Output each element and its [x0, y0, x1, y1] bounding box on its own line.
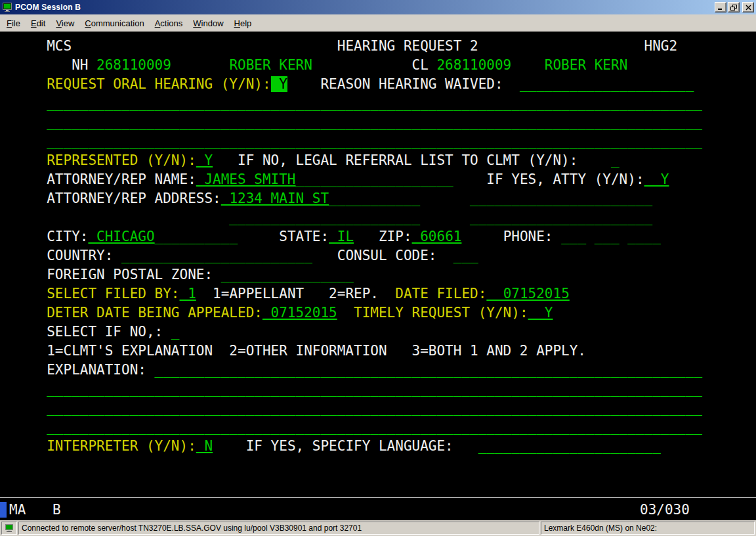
reason-continuation-field-3[interactable]: ________________________________________…	[5, 133, 702, 149]
terminal-row: DETER DATE BEING APPEALED: 07152015 TIME…	[5, 303, 756, 323]
zip-label: ZIP:	[354, 229, 412, 244]
deter-date-label: DETER DATE BEING APPEALED:	[5, 305, 262, 321]
legal-referral-label: IF NO, LEGAL REFERRAL LIST TO CLMT (Y/N)…	[213, 152, 578, 168]
close-button[interactable]	[742, 2, 754, 12]
window-title: PCOM Session B	[15, 3, 81, 12]
terminal-row: MCS HEARING REQUEST 2 HNG2	[5, 37, 756, 56]
terminal-row: ________________________________________…	[5, 380, 756, 399]
menu-actions[interactable]: Actions	[150, 16, 188, 30]
explanation-field[interactable]: ________________________________________…	[146, 362, 702, 378]
consul-code-label: CONSUL CODE:	[312, 248, 437, 263]
terminal-area[interactable]: MCS HEARING REQUEST 2 HNG2 NH 268110009 …	[0, 32, 756, 520]
terminal-row: ________________________________________…	[5, 113, 756, 132]
specify-language-label: IF YES, SPECIFY LANGUAGE:	[213, 438, 453, 454]
reason-hearing-waived-field[interactable]: _____________________	[503, 76, 694, 92]
oia-session-id: B	[52, 500, 61, 520]
screen-id: MCS	[5, 38, 72, 54]
legal-referral-value[interactable]: _	[578, 152, 619, 168]
cl-label: CL	[312, 57, 429, 73]
represented-label: REPRESENTED (Y/N):	[5, 152, 196, 168]
terminal-row: NH 268110009 ROBER KERN CL 268110009 ROB…	[5, 56, 756, 75]
reason-hearing-waived-label: REASON HEARING WAIVED:	[287, 76, 503, 92]
terminal-row: INTERPRETER (Y/N): N IF YES, SPECIFY LAN…	[5, 437, 756, 456]
screen-title: HEARING REQUEST 2	[72, 38, 478, 54]
attorney-address-line2-field[interactable]: ______________________	[420, 190, 652, 206]
explanation-label: EXPLANATION:	[5, 362, 146, 378]
terminal-row: 1=CLMT'S EXPLANATION 2=OTHER INFORMATION…	[5, 342, 756, 361]
explanation-continuation-field-2[interactable]: ________________________________________…	[5, 400, 702, 416]
select-filed-by-label: SELECT FILED BY:	[5, 286, 180, 302]
attorney-name-value[interactable]: JAMES SMITH	[196, 171, 296, 187]
explanation-continuation-field-1[interactable]: ________________________________________…	[5, 381, 702, 397]
title-bar[interactable]: PCOM Session B	[0, 0, 756, 14]
terminal-row: ________________________________________…	[5, 399, 756, 418]
menu-window[interactable]: Window	[188, 16, 228, 30]
phone-prefix-field[interactable]: ___	[586, 229, 620, 244]
atty-value[interactable]: Y	[644, 171, 669, 187]
country-field[interactable]: _______________________	[113, 248, 312, 263]
city-value[interactable]: CHICAGO	[88, 229, 154, 244]
restore-icon	[730, 5, 737, 11]
app-icon	[2, 2, 12, 12]
oia-separator	[0, 497, 756, 498]
timely-request-value[interactable]: Y	[528, 305, 553, 321]
select-filed-by-value[interactable]: 1	[180, 286, 196, 302]
reason-continuation-field-2[interactable]: ________________________________________…	[5, 114, 702, 130]
foreign-postal-zone-label: FOREIGN POSTAL ZONE:	[5, 267, 213, 282]
terminal-row: ________________________________________…	[5, 94, 756, 113]
attorney-address-label: ATTORNEY/REP ADDRESS:	[5, 190, 221, 206]
terminal-row: CITY: CHICAGO__________ STATE: IL ZIP: 6…	[5, 227, 756, 246]
restore-button[interactable]	[728, 2, 740, 12]
minimize-button[interactable]	[715, 2, 726, 12]
foreign-postal-zone-field[interactable]: ________________	[213, 267, 354, 282]
represented-value[interactable]: Y	[196, 152, 213, 168]
deter-date-value[interactable]: 07152015	[262, 305, 337, 321]
menu-bar: File Edit View Communication Actions Win…	[0, 14, 756, 32]
phone-label: PHONE:	[461, 229, 553, 244]
menu-view[interactable]: View	[51, 16, 79, 30]
request-oral-hearing-value[interactable]: Y	[271, 76, 287, 92]
request-oral-hearing-label: REQUEST ORAL HEARING (Y/N):	[5, 76, 271, 92]
terminal-row: ________________________________________…	[5, 132, 756, 151]
menu-file[interactable]: File	[1, 16, 26, 30]
menu-communication[interactable]: Communication	[79, 16, 149, 30]
terminal-row: ________________________________________…	[5, 418, 756, 437]
date-filed-value[interactable]: 07152015	[486, 286, 569, 302]
reason-continuation-field-1[interactable]: ________________________________________…	[5, 95, 702, 111]
terminal-row	[5, 475, 756, 494]
terminal-screen[interactable]: MCS HEARING REQUEST 2 HNG2 NH 268110009 …	[0, 32, 756, 494]
terminal-row: REQUEST ORAL HEARING (Y/N): Y REASON HEA…	[5, 75, 756, 94]
language-field[interactable]: ______________________	[453, 438, 661, 454]
zip-value[interactable]: 60661	[412, 229, 462, 244]
attorney-name-fill[interactable]: ___________________	[296, 171, 453, 187]
explanation-options: 1=CLMT'S EXPLANATION 2=OTHER INFORMATION…	[5, 343, 586, 359]
attorney-address-value[interactable]: 1234 MAIN ST	[221, 190, 329, 206]
state-value[interactable]: IL	[329, 229, 354, 244]
cl-name-value: ROBER KERN	[511, 57, 627, 73]
interpreter-value[interactable]: N	[196, 438, 213, 454]
attorney-address-line4-field[interactable]: ______________________	[420, 210, 652, 225]
atty-label: IF YES, ATTY (Y/N):	[453, 171, 644, 187]
close-icon	[746, 5, 751, 11]
status-bar: Connected to remote server/host TN3270E.…	[0, 520, 756, 536]
attorney-address-line3-field[interactable]: _______________________	[5, 210, 420, 225]
attorney-address-fill[interactable]: ___________	[329, 190, 420, 206]
explanation-continuation-field-3[interactable]: ________________________________________…	[5, 419, 702, 435]
phone-area-field[interactable]: ___	[553, 229, 587, 244]
minimize-icon	[717, 5, 724, 11]
nh-name-value: ROBER KERN	[171, 57, 312, 73]
terminal-row: ATTORNEY/REP NAME: JAMES SMITH__________…	[5, 170, 756, 189]
oia-indicator-block	[0, 502, 7, 518]
menu-help[interactable]: Help	[229, 16, 257, 30]
interpreter-label: INTERPRETER (Y/N):	[5, 438, 196, 454]
cl-ssn-value: 268110009	[429, 57, 511, 73]
menu-edit[interactable]: Edit	[26, 16, 51, 30]
timely-request-label: TIMELY REQUEST (Y/N):	[337, 305, 528, 321]
oia-system-status: MA	[9, 500, 26, 520]
filed-by-options: 1=APPELLANT 2=REP.	[196, 286, 379, 302]
nh-label: NH	[5, 57, 88, 73]
select-if-no-value[interactable]: _	[163, 324, 179, 340]
city-fill[interactable]: __________	[155, 229, 238, 244]
consul-code-field[interactable]: ___	[436, 248, 478, 263]
phone-line-field[interactable]: ____	[620, 229, 661, 244]
